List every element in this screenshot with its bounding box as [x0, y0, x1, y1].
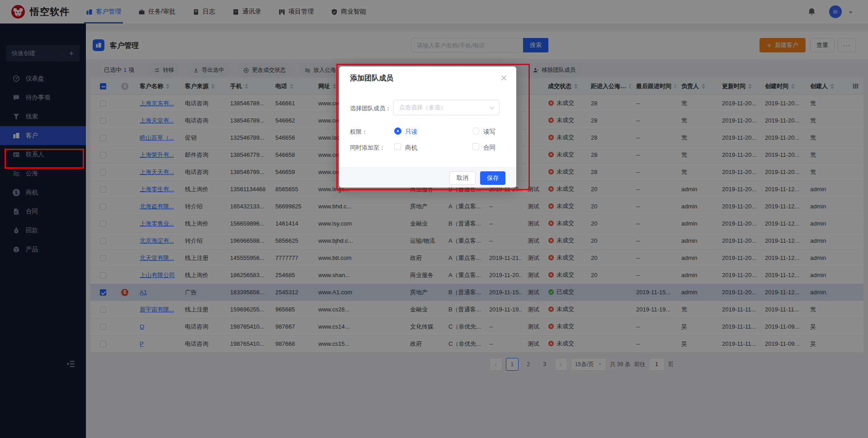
cancel-button[interactable]: 取消 — [449, 171, 476, 185]
radio-read-write-label[interactable]: 读写 — [483, 128, 495, 136]
save-button[interactable]: 保存 — [480, 171, 505, 185]
select-placeholder: 点击选择（多选） — [399, 104, 446, 112]
app-root: 悟空软件 客户管理任务/审批日志通讯录项目管理商业智能 in 快速创建 | 仪表… — [0, 0, 868, 438]
dialog-title: 添加团队成员 — [350, 74, 393, 83]
add-to-label: 同时添加至： — [350, 144, 385, 152]
checkbox-opportunity[interactable] — [394, 143, 401, 150]
checkbox-contract-label[interactable]: 合同 — [483, 144, 495, 152]
radio-read-write[interactable] — [472, 127, 480, 135]
radio-read-only-label[interactable]: 只读 — [405, 128, 417, 136]
close-icon[interactable] — [500, 75, 507, 81]
add-team-member-dialog: 添加团队成员 选择团队成员： 点击选择（多选） 权限： 只读 读写 同时添加至：… — [339, 66, 516, 188]
team-member-select[interactable]: 点击选择（多选） — [393, 100, 500, 115]
checkbox-contract[interactable] — [472, 143, 479, 150]
modal-backdrop — [0, 0, 868, 438]
permission-label: 权限： — [350, 128, 368, 136]
checkbox-opportunity-label[interactable]: 商机 — [405, 144, 417, 152]
select-member-label: 选择团队成员： — [350, 104, 391, 113]
dialog-footer: 取消 保存 — [339, 167, 516, 188]
chevron-down-icon — [489, 105, 495, 111]
radio-read-only[interactable] — [394, 127, 401, 135]
